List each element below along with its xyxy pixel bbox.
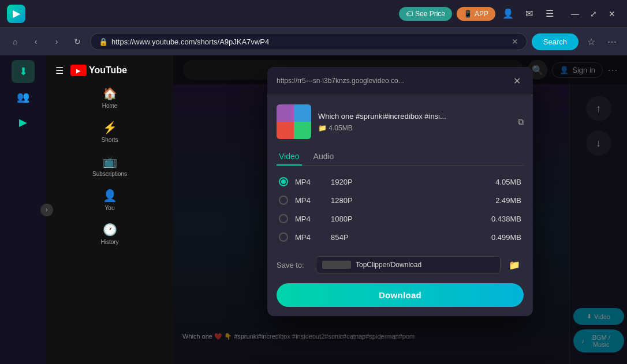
sidebar-item-shorts[interactable]: ⚡ Shorts [46,115,173,149]
sidebar-item-download[interactable]: ⬇ [12,60,35,83]
hamburger-button[interactable]: ☰ [55,65,64,76]
format-size-854: 0.499MB [491,233,521,242]
download-button[interactable]: Download [277,283,524,307]
format-radio-1920[interactable] [279,177,288,186]
tab-audio[interactable]: Audio [311,148,337,166]
user-icon-button[interactable]: 👤 [500,6,516,22]
home-icon: 🏠 [103,87,117,100]
yt-topbar: ☰ YouTube [46,60,173,81]
home-nav-button[interactable]: ⌂ [7,33,23,50]
format-radio-854[interactable] [279,232,288,242]
format-res-854: 854P [331,233,365,242]
yt-sidebar: ☰ YouTube 🏠 Home ⚡ Shorts 📺 Subscription… [46,55,173,364]
path-prefix-blur [322,261,351,269]
shorts-icon: ⚡ [103,121,117,134]
yt-logo[interactable]: YouTube [70,65,127,76]
url-clear-button[interactable]: ✕ [512,37,518,46]
window-controls: — ⤢ ✕ [567,6,620,22]
history-icon: 🕐 [103,223,117,237]
url-text: https://www.youtube.com/shorts/A9pJKA7vw… [111,37,508,46]
media-details: Which one #sprunki#incredibox #insi... 📁… [318,111,511,132]
modal-header: https://rr5---sn-i3b7knzs.googlevideo.co… [267,67,533,95]
sidebar-item-home[interactable]: 🏠 Home [46,81,173,115]
content-area: 🔍 👤 Sign in ⋯ Which one ❤️ 👇 #sprunki#in… [173,55,627,364]
format-res-1920: 1920P [331,178,365,186]
media-size: 📁 4.05MB [318,124,511,132]
back-nav-button[interactable]: ‹ [28,33,44,50]
search-button[interactable]: Search [532,33,579,50]
format-type-854: MP4 [295,233,324,242]
reload-nav-button[interactable]: ↻ [69,33,85,50]
format-type-1080: MP4 [295,215,324,223]
save-to-row: Save to: TopClipper/Download 📁 [277,256,524,274]
sidebar-item-history[interactable]: 🕐 History [46,217,173,251]
format-res-1080: 1080P [331,215,365,223]
yt-content: 🔍 👤 Sign in ⋯ Which one ❤️ 👇 #sprunki#in… [173,55,627,364]
media-external-link-button[interactable]: ⧉ [518,117,524,127]
format-type-1280: MP4 [295,196,324,205]
modal-close-button[interactable]: ✕ [510,74,524,88]
yt-logo-icon [70,65,87,76]
mail-icon-button[interactable]: ✉ [521,6,537,22]
save-to-path[interactable]: TopClipper/Download [316,256,501,273]
format-item-1080[interactable]: MP4 1080P 0.438MB [277,209,524,228]
save-path-text: TopClipper/Download [356,261,421,269]
app-button[interactable]: 📱 APP [457,7,495,21]
sidebar-item-media[interactable]: ▶ [12,111,35,134]
sidebar-item-subscriptions[interactable]: 📺 Subscriptions [46,149,173,183]
see-price-button[interactable]: 🏷 See Price [399,7,452,21]
modal-tabs: Video Audio [277,148,524,166]
browser-more-button[interactable]: ⋯ [604,33,620,50]
close-button[interactable]: ✕ [604,6,620,22]
modal-body: Which one #sprunki#incredibox #insi... 📁… [267,95,533,316]
subscriptions-icon: 📺 [103,155,117,168]
you-icon: 👤 [103,189,117,202]
menu-icon-button[interactable]: ☰ [542,6,558,22]
download-modal: https://rr5---sn-i3b7knzs.googlevideo.co… [267,67,533,316]
format-res-1280: 1280P [331,196,365,205]
save-to-label: Save to: [277,261,311,269]
sidebar-toggle[interactable]: › [40,204,53,216]
browser-bar: ⌂ ‹ › ↻ 🔒 https://www.youtube.com/shorts… [0,28,627,55]
topbar: ▶ 🏷 See Price 📱 APP 👤 ✉ ☰ — ⤢ ✕ [0,0,627,28]
media-thumbnail [277,104,311,139]
media-info: Which one #sprunki#incredibox #insi... 📁… [277,104,524,139]
format-list: MP4 1920P 4.05MB MP4 1280P 2.49MB [277,172,524,246]
size-icon: 📁 [318,124,327,132]
url-bar[interactable]: 🔒 https://www.youtube.com/shorts/A9pJKA7… [90,33,527,50]
forward-nav-button[interactable]: › [48,33,65,50]
format-item-1280[interactable]: MP4 1280P 2.49MB [277,191,524,209]
sidebar-item-users[interactable]: 👥 [12,85,35,108]
format-size-1920: 4.05MB [495,178,521,186]
format-type-1920: MP4 [295,178,324,186]
format-radio-1280[interactable] [279,196,288,205]
browse-folder-button[interactable]: 📁 [505,256,524,274]
tab-video[interactable]: Video [277,148,302,166]
format-item-854[interactable]: MP4 854P 0.499MB [277,228,524,246]
format-size-1280: 2.49MB [495,196,521,205]
sidebar-item-you[interactable]: 👤 You [46,183,173,217]
favorite-button[interactable]: ☆ [583,33,599,50]
app-sidebar: › ⬇ 👥 ▶ [0,55,46,364]
main-layout: › ⬇ 👥 ▶ ☰ YouTube 🏠 Home ⚡ Shorts 📺 Subs… [0,55,627,364]
format-item-1920[interactable]: MP4 1920P 4.05MB [277,172,524,191]
format-radio-1080[interactable] [279,214,288,223]
restore-button[interactable]: ⤢ [585,6,602,22]
format-size-1080: 0.438MB [491,215,521,223]
yt-logo-text: YouTube [89,65,127,76]
minimize-button[interactable]: — [567,6,583,22]
modal-overlay: https://rr5---sn-i3b7knzs.googlevideo.co… [173,55,627,364]
app-logo: ▶ [7,5,25,23]
modal-url: https://rr5---sn-i3b7knzs.googlevideo.co… [277,77,404,85]
media-title: Which one #sprunki#incredibox #insi... [318,111,511,122]
